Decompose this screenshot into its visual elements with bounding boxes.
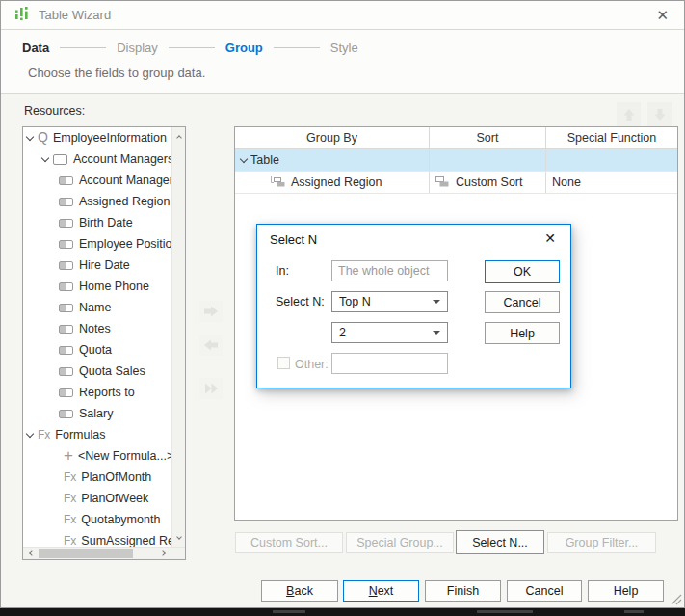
cancel-button[interactable]: Cancel xyxy=(485,291,560,313)
dropdown-arrow-icon[interactable] xyxy=(433,331,440,335)
tree-item-field[interactable]: Employee Position xyxy=(23,233,171,254)
wizard-steps: Data Display Group Style xyxy=(22,40,358,55)
tree-item-new-formula[interactable]: + <New Formula...> xyxy=(23,445,171,467)
add-all-fields-button xyxy=(199,378,223,399)
chevron-down-icon[interactable] xyxy=(41,153,49,161)
tree-item-label: Assigned Region xyxy=(79,195,171,208)
step-style[interactable]: Style xyxy=(330,40,358,55)
background-fragment xyxy=(477,610,533,613)
select-n-dialog: Select N ✕ In: OK Select N: Top N Cancel… xyxy=(256,224,571,388)
table-row[interactable]: Assigned Region Custom Sort None xyxy=(235,172,677,194)
close-icon[interactable]: ✕ xyxy=(656,7,669,24)
wizard-subtitle: Choose the fields to group data. xyxy=(28,66,205,80)
arrow-down-icon xyxy=(652,107,668,122)
scroll-up-icon[interactable] xyxy=(172,129,186,143)
formula-folder-icon: Fx xyxy=(38,428,50,442)
group-filter-button: Group Filter... xyxy=(547,532,656,553)
tree-item-label: Name xyxy=(79,301,111,314)
scroll-down-icon[interactable] xyxy=(172,531,186,545)
tree-item-formula[interactable]: Fx SumAssigned Region xyxy=(23,530,171,547)
tree-item-formula[interactable]: Fx PlanOfWeek xyxy=(23,488,171,509)
tree-item-field[interactable]: Birth Date xyxy=(23,212,171,233)
dialog-close-icon[interactable]: ✕ xyxy=(544,230,556,246)
step-connector xyxy=(274,47,320,48)
group-field-icon xyxy=(270,176,285,188)
field-icon xyxy=(59,410,73,418)
field-icon xyxy=(59,367,73,376)
wizard-help-button[interactable]: Help xyxy=(588,580,664,602)
field-icon xyxy=(59,240,73,249)
column-header-special-function[interactable]: Special Function xyxy=(546,127,677,148)
ok-button[interactable]: OK xyxy=(485,260,560,283)
tree-item-label: Account Managers xyxy=(73,152,171,166)
custom-sort-button: Custom Sort... xyxy=(235,532,343,553)
select-n-dropdown[interactable]: Top N xyxy=(331,291,448,312)
select-n-label: Select N: xyxy=(276,295,325,308)
wizard-cancel-button[interactable]: Cancel xyxy=(507,580,582,602)
tree-item-field[interactable]: Salary xyxy=(23,403,171,424)
tree-item-formula[interactable]: Fx Quotabymonth xyxy=(23,509,171,530)
tree-item-field[interactable]: Home Phone xyxy=(23,276,171,297)
n-value-dropdown[interactable]: 2 xyxy=(331,322,448,343)
tree-item-query[interactable]: Q EmployeeInformation xyxy=(23,127,171,148)
background-window-strip xyxy=(0,608,685,616)
scroll-left-icon[interactable] xyxy=(25,548,37,559)
formula-icon: Fx xyxy=(64,470,76,484)
field-icon xyxy=(59,261,73,270)
select-n-dropdown-value: Top N xyxy=(339,295,371,308)
tree-item-label: Home Phone xyxy=(79,280,149,293)
help-button[interactable]: Help xyxy=(485,322,560,344)
scrollbar-thumb[interactable] xyxy=(39,549,133,558)
tree-item-field[interactable]: Name xyxy=(23,297,171,318)
tree-item-label: PlanOfMonth xyxy=(81,470,151,484)
sort-value: Custom Sort xyxy=(456,175,522,189)
formula-icon: Fx xyxy=(64,513,76,526)
scroll-right-icon[interactable] xyxy=(158,548,170,559)
tree-item-label: PlanOfWeek xyxy=(81,492,148,505)
tree-item-label: Birth Date xyxy=(79,216,133,229)
tree-item-field[interactable]: Hire Date xyxy=(23,254,171,276)
dropdown-arrow-icon[interactable] xyxy=(433,300,440,304)
table-row[interactable]: Table xyxy=(235,149,677,172)
tree-item-table[interactable]: Account Managers xyxy=(23,148,171,170)
tree-item-field[interactable]: Notes xyxy=(23,318,171,339)
move-up-button xyxy=(617,102,641,126)
tree-item-field[interactable]: Reports to xyxy=(23,382,171,403)
tree-horizontal-scrollbar[interactable] xyxy=(23,547,185,559)
table-wizard-icon xyxy=(14,6,30,25)
table-icon xyxy=(53,154,67,165)
field-icon xyxy=(59,176,73,185)
chevron-down-icon[interactable] xyxy=(26,429,34,437)
field-icon xyxy=(59,346,73,355)
step-display[interactable]: Display xyxy=(117,40,158,55)
next-button[interactable]: Next xyxy=(343,580,419,602)
finish-button[interactable]: Finish xyxy=(425,580,501,602)
step-group[interactable]: Group xyxy=(225,40,263,55)
resize-grip[interactable] xyxy=(671,594,682,605)
tree-item-formulas-folder[interactable]: Fx Formulas xyxy=(23,424,171,445)
tree-item-formula[interactable]: Fx PlanOfMonth xyxy=(23,467,171,488)
chevron-down-icon[interactable] xyxy=(26,132,34,140)
tree-vertical-scrollbar[interactable] xyxy=(171,127,185,547)
background-fragment xyxy=(624,610,644,613)
tree-item-field[interactable]: Account Managers I xyxy=(23,170,171,191)
tree-item-field[interactable]: Quota xyxy=(23,339,171,361)
tree-item-label: Salary xyxy=(79,407,113,420)
table-wizard-window: Table Wizard ✕ Data Display Group Style … xyxy=(0,0,685,608)
formula-icon: Fx xyxy=(64,534,76,547)
select-n-button[interactable]: Select N... xyxy=(456,530,544,554)
column-header-group-by[interactable]: Group By xyxy=(235,127,430,148)
back-button[interactable]: Back xyxy=(261,580,338,602)
n-value-dropdown-value: 2 xyxy=(339,326,346,339)
column-header-sort[interactable]: Sort xyxy=(430,127,546,148)
tree-item-field[interactable]: Quota Sales xyxy=(23,361,171,382)
tree-item-label: SumAssigned Region xyxy=(81,534,171,547)
special-function-cell xyxy=(546,149,677,171)
screen: Table Wizard ✕ Data Display Group Style … xyxy=(0,0,685,616)
step-connector xyxy=(169,47,215,48)
tree-item-field[interactable]: Assigned Region xyxy=(23,191,171,212)
group-table-header: Group By Sort Special Function xyxy=(235,127,677,149)
custom-sort-icon xyxy=(435,176,450,188)
step-data[interactable]: Data xyxy=(22,40,49,55)
chevron-down-icon[interactable] xyxy=(240,155,248,163)
